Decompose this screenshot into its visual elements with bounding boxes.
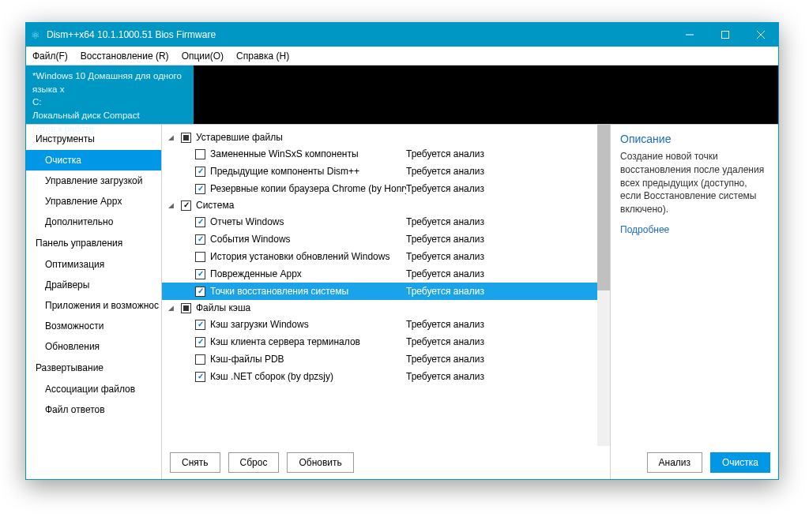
- minimize-button[interactable]: [672, 23, 707, 47]
- item-label: Кэш-файлы PDB: [210, 354, 406, 365]
- item-status: Требуется анализ: [406, 286, 484, 297]
- window-title: Dism++x64 10.1.1000.51 Bios Firmware: [45, 29, 672, 40]
- info-disk: Локальный диск Compact: [32, 109, 187, 122]
- item-label: Замененные WinSxS компоненты: [210, 148, 406, 159]
- sidebar-item[interactable]: Управление Appx: [26, 191, 161, 212]
- item-label: Резервные копии браузера Chrome (by Honr…: [210, 183, 406, 194]
- category-checkbox[interactable]: [181, 200, 191, 211]
- description-text: Создание новой точки восстановления посл…: [620, 150, 769, 216]
- expand-icon[interactable]: ◢: [168, 133, 178, 141]
- item-label: Кэш .NET сборок (by dpzsjy): [210, 371, 406, 382]
- maximize-button[interactable]: [707, 23, 743, 47]
- expand-icon[interactable]: ◢: [168, 304, 178, 312]
- app-icon: ⚛: [26, 29, 45, 41]
- menubar: Файл(F) Восстановление (R) Опции(O) Спра…: [26, 47, 778, 66]
- description-box: Описание Создание новой точки восстановл…: [611, 125, 778, 446]
- item-checkbox[interactable]: [195, 149, 205, 159]
- sidebar-item[interactable]: Очистка: [26, 150, 161, 170]
- menu-options[interactable]: Опции(O): [175, 51, 230, 62]
- category-label: Система: [196, 200, 234, 211]
- category-row[interactable]: ◢Файлы кэша: [162, 300, 610, 316]
- item-checkbox[interactable]: [195, 269, 205, 279]
- tree-scrollbar-track[interactable]: [597, 125, 610, 446]
- svg-rect-1: [721, 32, 728, 39]
- item-label: Поврежденные Appx: [210, 268, 406, 279]
- app-window: ⚛ Dism++x64 10.1.1000.51 Bios Firmware Ф…: [25, 22, 779, 480]
- item-label: Предыдущие компоненты Dism++: [210, 166, 406, 177]
- item-status: Требуется анализ: [406, 183, 484, 194]
- image-info-panel[interactable]: *Windows 10 Домашняя для одного языка x …: [26, 66, 194, 124]
- sidebar-item[interactable]: Драйверы: [26, 275, 161, 295]
- menu-file[interactable]: Файл(F): [26, 51, 74, 62]
- refresh-button[interactable]: Обновить: [287, 452, 353, 473]
- item-checkbox[interactable]: [195, 167, 205, 177]
- category-row[interactable]: ◢Система: [162, 197, 610, 213]
- clear-button[interactable]: Снять: [170, 452, 220, 473]
- cleanup-item-row[interactable]: Поврежденные AppxТребуется анализ: [162, 265, 610, 283]
- cleanup-item-row[interactable]: Кэш клиента сервера терминаловТребуется …: [162, 333, 610, 350]
- item-status: Требуется анализ: [406, 354, 484, 365]
- more-link[interactable]: Подробнее: [620, 224, 769, 235]
- category-checkbox[interactable]: [181, 133, 191, 143]
- item-checkbox[interactable]: [195, 184, 205, 194]
- menu-help[interactable]: Справка (H): [230, 51, 295, 62]
- sidebar-item[interactable]: Обновления: [26, 336, 161, 357]
- item-checkbox[interactable]: [195, 252, 205, 262]
- cleanup-item-row[interactable]: Кэш .NET сборок (by dpzsjy)Требуется ана…: [162, 368, 610, 385]
- sidebar-item[interactable]: Дополнительно: [26, 212, 161, 232]
- sidebar-item[interactable]: Файл ответов: [26, 399, 161, 420]
- cleanup-item-row[interactable]: Замененные WinSxS компонентыТребуется ан…: [162, 145, 610, 163]
- category-label: Устаревшие файлы: [196, 132, 283, 143]
- item-status: Требуется анализ: [406, 268, 484, 279]
- sidebar-heading: Панель управления: [26, 232, 161, 254]
- item-checkbox[interactable]: [195, 320, 205, 330]
- sidebar-item[interactable]: Оптимизация: [26, 254, 161, 275]
- sidebar-item[interactable]: Возможности: [26, 316, 161, 336]
- sidebar-heading: Инструменты: [26, 128, 161, 150]
- item-checkbox[interactable]: [195, 337, 205, 347]
- item-status: Требуется анализ: [406, 148, 484, 159]
- item-checkbox[interactable]: [195, 372, 205, 382]
- cleanup-item-row[interactable]: Отчеты WindowsТребуется анализ: [162, 213, 610, 230]
- item-checkbox[interactable]: [195, 234, 205, 245]
- category-row[interactable]: ◢Устаревшие файлы: [162, 129, 610, 145]
- sidebar-heading: Развертывание: [26, 357, 161, 379]
- reset-button[interactable]: Сброс: [228, 452, 280, 473]
- item-checkbox[interactable]: [195, 354, 205, 365]
- menu-recovery[interactable]: Восстановление (R): [74, 51, 175, 62]
- sidebar-item[interactable]: Ассоциации файлов: [26, 379, 161, 399]
- analyze-button[interactable]: Анализ: [647, 452, 703, 473]
- item-label: Отчеты Windows: [210, 216, 406, 227]
- clean-button[interactable]: Очистка: [710, 452, 770, 473]
- cleanup-item-row[interactable]: Резервные копии браузера Chrome (by Honr…: [162, 180, 610, 197]
- category-checkbox[interactable]: [181, 303, 191, 313]
- close-button[interactable]: [743, 23, 778, 47]
- item-status: Требуется анализ: [406, 234, 484, 245]
- cleanup-item-row[interactable]: Кэш загрузки WindowsТребуется анализ: [162, 316, 610, 333]
- cleanup-item-row[interactable]: Кэш-файлы PDBТребуется анализ: [162, 350, 610, 368]
- info-bar: *Windows 10 Домашняя для одного языка x …: [26, 66, 778, 124]
- cleanup-tree: ◢Устаревшие файлыЗамененные WinSxS компо…: [162, 125, 610, 446]
- sidebar-item[interactable]: Управление загрузкой: [26, 170, 161, 191]
- item-status: Требуется анализ: [406, 319, 484, 330]
- item-label: Точки восстановления системы: [210, 286, 406, 297]
- cleanup-item-row[interactable]: История установки обновлений WindowsТреб…: [162, 248, 610, 265]
- sidebar: ИнструментыОчисткаУправление загрузкойУп…: [26, 125, 162, 479]
- sidebar-item[interactable]: Приложения и возможнос: [26, 295, 161, 316]
- item-status: Требуется анализ: [406, 371, 484, 382]
- expand-icon[interactable]: ◢: [168, 201, 178, 209]
- titlebar: ⚛ Dism++x64 10.1.1000.51 Bios Firmware: [26, 23, 778, 47]
- item-checkbox[interactable]: [195, 217, 205, 227]
- item-label: События Windows: [210, 234, 406, 245]
- right-button-row: Анализ Очистка: [611, 446, 778, 479]
- item-status: Требуется анализ: [406, 251, 484, 262]
- item-status: Требуется анализ: [406, 216, 484, 227]
- cleanup-item-row[interactable]: События WindowsТребуется анализ: [162, 230, 610, 248]
- item-checkbox[interactable]: [195, 287, 205, 297]
- tree-scrollbar-thumb[interactable]: [597, 125, 610, 290]
- description-heading: Описание: [620, 133, 769, 145]
- cleanup-item-row[interactable]: Предыдущие компоненты Dism++Требуется ан…: [162, 163, 610, 180]
- cleanup-item-row[interactable]: Точки восстановления системыТребуется ан…: [162, 283, 610, 300]
- info-os: *Windows 10 Домашняя для одного языка x: [32, 69, 187, 96]
- info-drive: C:: [32, 96, 187, 109]
